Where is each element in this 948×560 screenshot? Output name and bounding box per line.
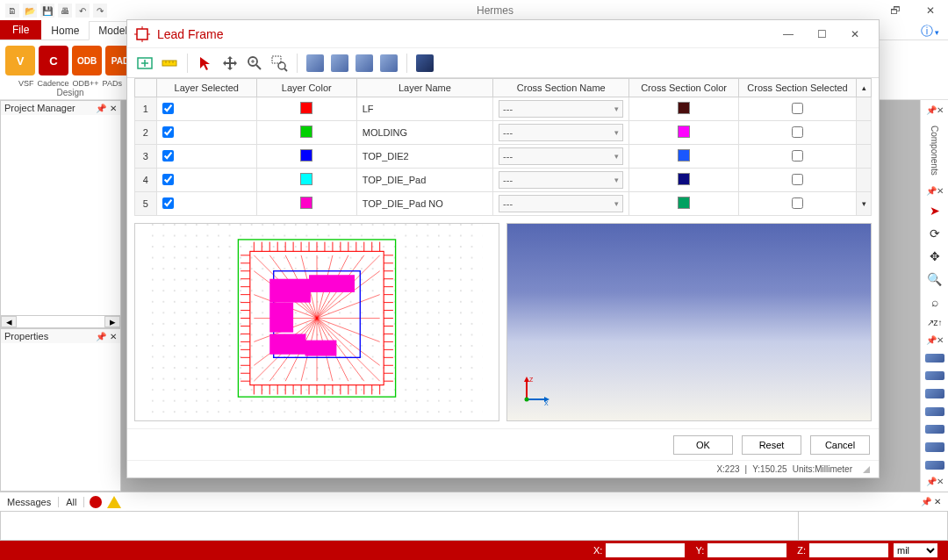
- resize-grip-icon[interactable]: [863, 466, 870, 473]
- design-vsf-button[interactable]: V: [5, 46, 35, 75]
- panel-close-icon[interactable]: ✕: [110, 332, 117, 341]
- view-bottom-icon[interactable]: [925, 461, 944, 470]
- axis-icon[interactable]: ↗z↑: [925, 317, 944, 328]
- close-icon[interactable]: ✕: [913, 0, 948, 21]
- pin-icon[interactable]: 📌: [96, 104, 106, 113]
- reset-button[interactable]: Reset: [742, 435, 801, 455]
- qat-redo-icon[interactable]: ↷: [93, 4, 107, 18]
- qat-save-icon[interactable]: 💾: [40, 4, 54, 18]
- table-row[interactable]: 2 MOLDING ---: [135, 121, 872, 145]
- cross-section-select[interactable]: ---: [499, 147, 623, 165]
- layer-selected-checkbox[interactable]: [162, 126, 174, 138]
- right-view-icon[interactable]: [378, 53, 399, 74]
- col-cs-selected[interactable]: Cross Section Selected: [738, 79, 857, 97]
- messages-label[interactable]: Messages: [0, 497, 59, 507]
- col-layer-color[interactable]: Layer Color: [256, 79, 356, 97]
- pin-icon[interactable]: 📌✕: [926, 335, 944, 345]
- col-layer-selected[interactable]: Layer Selected: [156, 79, 256, 97]
- qat-saveall-icon[interactable]: 🖶: [58, 4, 72, 18]
- solid-view-icon[interactable]: [414, 53, 435, 74]
- preview-2d[interactable]: [134, 223, 499, 421]
- cs-color-swatch[interactable]: [678, 149, 690, 162]
- zoom-window-icon[interactable]: ⌕: [925, 294, 944, 310]
- zoom-icon[interactable]: [244, 53, 265, 74]
- move-icon[interactable]: [219, 53, 241, 74]
- cancel-button[interactable]: Cancel: [810, 435, 870, 455]
- ok-button[interactable]: OK: [673, 435, 733, 455]
- iso-view-icon[interactable]: [305, 53, 326, 74]
- cs-color-swatch[interactable]: [678, 197, 690, 209]
- layer-name-cell[interactable]: TOP_DIE2: [356, 145, 492, 169]
- project-manager-body[interactable]: [1, 115, 120, 315]
- layer-color-swatch[interactable]: [300, 126, 312, 138]
- layer-color-swatch[interactable]: [300, 197, 312, 209]
- messages-all-label[interactable]: All: [59, 497, 84, 507]
- cs-color-swatch[interactable]: [678, 173, 690, 185]
- view-top-icon[interactable]: [925, 371, 944, 380]
- layer-selected-checkbox[interactable]: [162, 150, 174, 162]
- top-view-icon[interactable]: [329, 53, 350, 74]
- table-row[interactable]: 4 TOP_DIE_Pad ---: [135, 169, 872, 192]
- table-row[interactable]: 1 LF ---: [135, 97, 872, 121]
- view-back-icon[interactable]: [925, 442, 944, 451]
- scroll-right-icon[interactable]: ▸: [104, 316, 120, 327]
- qat-open-icon[interactable]: 📂: [23, 4, 37, 18]
- zoom-window-icon[interactable]: [269, 53, 290, 74]
- dialog-maximize-icon[interactable]: ☐: [805, 21, 838, 47]
- properties-body[interactable]: [1, 343, 120, 491]
- pin-icon[interactable]: 📌: [96, 332, 106, 341]
- qat-undo-icon[interactable]: ↶: [75, 4, 90, 18]
- design-odb-button[interactable]: ODB: [72, 46, 102, 75]
- view-right-icon[interactable]: [925, 407, 944, 416]
- table-row[interactable]: 5 TOP_DIE_Pad NO --- ▾: [135, 192, 872, 216]
- layer-color-swatch[interactable]: [300, 149, 312, 162]
- layer-name-cell[interactable]: TOP_DIE_Pad: [356, 169, 492, 192]
- view-iso-icon[interactable]: [925, 354, 944, 363]
- scroll-down-icon[interactable]: ▾: [857, 192, 872, 216]
- pin-icon[interactable]: 📌✕: [926, 105, 944, 115]
- dialog-close-icon[interactable]: ✕: [838, 21, 872, 47]
- tab-home[interactable]: Home: [41, 21, 89, 39]
- col-cs-color[interactable]: Cross Section Color: [629, 79, 738, 97]
- cs-color-swatch[interactable]: [678, 102, 690, 114]
- help-dropdown[interactable]: ⓘ▾: [912, 24, 948, 39]
- restore-down-icon[interactable]: 🗗: [878, 0, 913, 21]
- layer-name-cell[interactable]: MOLDING: [356, 121, 492, 145]
- pan-tool-icon[interactable]: ✥: [925, 248, 944, 264]
- messages-log[interactable]: [1, 512, 798, 540]
- ruler-icon[interactable]: [159, 53, 180, 74]
- layer-selected-checkbox[interactable]: [162, 197, 174, 209]
- orbit-tool-icon[interactable]: ⟳: [925, 226, 944, 241]
- cs-selected-checkbox[interactable]: [792, 174, 803, 185]
- pin-icon[interactable]: 📌 ✕: [914, 497, 948, 506]
- col-cs-name[interactable]: Cross Section Name: [493, 79, 629, 97]
- cross-section-select[interactable]: ---: [499, 171, 623, 189]
- sb-z-input[interactable]: [809, 543, 888, 557]
- dialog-titlebar[interactable]: Lead Frame — ☐ ✕: [127, 20, 879, 48]
- panel-close-icon[interactable]: ✕: [110, 104, 117, 113]
- import-icon[interactable]: [134, 53, 155, 74]
- cs-selected-checkbox[interactable]: [792, 103, 803, 114]
- layer-name-cell[interactable]: LF: [356, 97, 492, 121]
- sb-x-input[interactable]: [606, 543, 685, 557]
- table-row[interactable]: 3 TOP_DIE2 ---: [135, 145, 872, 169]
- sb-unit-select[interactable]: mil: [894, 543, 937, 557]
- pin-icon[interactable]: 📌✕: [926, 477, 944, 486]
- front-view-icon[interactable]: [354, 53, 375, 74]
- error-filter-icon[interactable]: [90, 496, 102, 508]
- layer-selected-checkbox[interactable]: [162, 174, 174, 185]
- preview-3d[interactable]: Z X: [506, 223, 872, 421]
- cs-color-swatch[interactable]: [678, 126, 690, 138]
- components-tab[interactable]: Components: [930, 122, 939, 179]
- cs-selected-checkbox[interactable]: [792, 197, 803, 209]
- cs-selected-checkbox[interactable]: [792, 126, 803, 138]
- view-front-icon[interactable]: [925, 389, 944, 398]
- dialog-minimize-icon[interactable]: —: [772, 21, 805, 47]
- cross-section-select[interactable]: ---: [499, 195, 623, 212]
- design-cadence-button[interactable]: C: [39, 46, 68, 75]
- zoom-tool-icon[interactable]: 🔍: [925, 271, 944, 287]
- cs-selected-checkbox[interactable]: [792, 150, 803, 162]
- select-tool-icon[interactable]: ➤: [925, 203, 944, 219]
- layer-color-swatch[interactable]: [300, 173, 312, 185]
- scroll-left-icon[interactable]: ◂: [1, 316, 17, 327]
